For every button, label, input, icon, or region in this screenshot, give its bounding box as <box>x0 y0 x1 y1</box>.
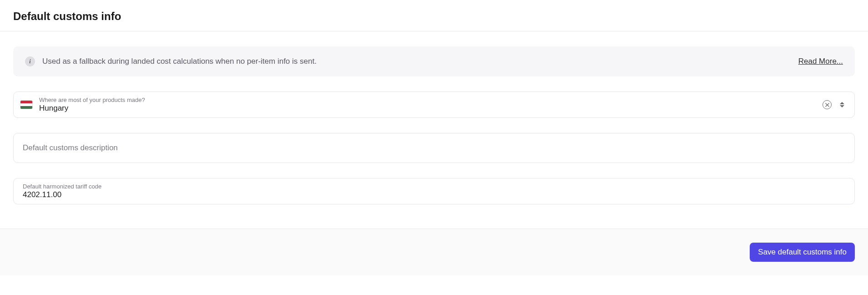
tariff-field[interactable]: Default harmonized tariff code 4202.11.0… <box>13 178 855 204</box>
content-area: i Used as a fallback during landed cost … <box>0 31 868 229</box>
clear-icon[interactable] <box>823 100 832 109</box>
flag-hungary-icon <box>20 100 33 109</box>
description-input[interactable] <box>23 143 845 153</box>
tariff-value: 4202.11.00 <box>23 190 845 199</box>
footer: Save default customs info <box>0 229 868 275</box>
page-title: Default customs info <box>13 10 855 23</box>
read-more-link[interactable]: Read More... <box>798 57 843 66</box>
country-actions <box>823 100 844 109</box>
country-select[interactable]: Where are most of your products made? Hu… <box>13 92 855 118</box>
info-icon: i <box>25 56 35 66</box>
description-field[interactable] <box>13 133 855 163</box>
chevron-up-down-icon[interactable] <box>840 102 844 107</box>
country-value: Hungary <box>39 104 823 113</box>
country-field-text: Where are most of your products made? Hu… <box>39 97 823 113</box>
save-button[interactable]: Save default customs info <box>750 243 855 262</box>
info-banner-text: Used as a fallback during landed cost ca… <box>42 57 317 66</box>
tariff-label: Default harmonized tariff code <box>23 183 845 190</box>
info-banner-left: i Used as a fallback during landed cost … <box>25 56 317 66</box>
info-banner: i Used as a fallback during landed cost … <box>13 46 855 76</box>
page-header: Default customs info <box>0 0 868 31</box>
country-label: Where are most of your products made? <box>39 97 823 103</box>
